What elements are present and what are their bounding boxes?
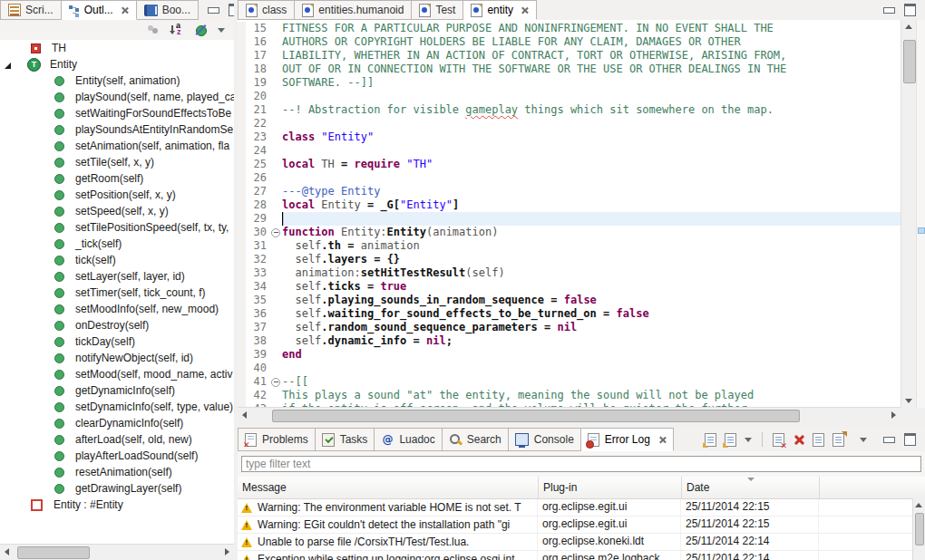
log-row[interactable]: Warning: EGit couldn't detect the instal… [238,517,925,534]
minimize-icon[interactable] [883,7,895,14]
tree-item[interactable]: playSoundsAtEntityInRandomSe [0,121,234,138]
scroll-up-icon[interactable] [905,24,912,29]
tab-script-explorer[interactable]: Scri... [0,0,62,20]
tree-item[interactable]: setTilePositionSpeed(self, tx, ty, [0,219,234,236]
code-line[interactable]: 28local Entity = _G["Entity"] [238,198,901,212]
close-icon[interactable] [121,6,129,14]
outline-hscrollbar[interactable] [0,544,234,560]
tree-item[interactable]: setMoodInfo(self, new_mood) [0,301,234,317]
scrollbar-thumb[interactable] [903,40,916,83]
code-line[interactable]: 38 self.dynamic_info = nil; [238,334,901,348]
tab-search[interactable]: Search [443,428,509,451]
code-line[interactable]: 40 [238,362,901,375]
code-line[interactable]: 37 self.random_sound_sequence_parameters… [238,321,901,334]
code-line[interactable]: 16AUTHORS OR COPYRIGHT HOLDERS BE LIABLE… [238,35,901,49]
fold-minus-icon[interactable] [269,226,282,239]
filter-input[interactable] [241,456,921,472]
tab-console[interactable]: Console [509,428,581,451]
close-icon[interactable] [521,6,529,14]
tree-item[interactable]: setPosition(self, x, y) [0,187,234,203]
code-line[interactable]: 24 [238,144,901,158]
tree-item[interactable]: getRoom(self) [0,170,234,187]
code-line[interactable]: 20 [238,90,901,103]
column-header-date[interactable]: Date [682,477,820,498]
code-line[interactable]: 31 self.th = animation [238,239,901,253]
minimize-icon[interactable] [883,437,895,443]
scrollbar-thumb[interactable] [272,410,800,422]
tree-item[interactable]: tick(self) [0,252,234,268]
scrollbar-thumb[interactable] [915,513,924,546]
code-line[interactable]: 26 [238,171,901,185]
link-with-editor-icon[interactable] [147,24,160,35]
editor-hscrollbar[interactable] [238,407,901,423]
restore-log-icon[interactable] [832,433,844,447]
close-icon[interactable] [658,436,667,444]
scrollbar-thumb[interactable] [17,546,90,559]
tree-item[interactable]: setTimer(self, tick_count, f) [0,285,234,301]
editor-vscrollbar[interactable] [901,20,917,408]
code-line[interactable]: 23class "Entity" [238,130,901,144]
code-area[interactable]: 15FITNESS FOR A PARTICULAR PURPOSE AND N… [238,20,901,408]
log-row[interactable]: Exception while setting up logging:org.e… [238,551,925,560]
tab-bookmarks[interactable]: Boo... [137,0,199,20]
tree-item[interactable]: Entity [0,56,234,72]
code-line[interactable]: 29 [238,212,901,226]
expander-icon[interactable] [5,63,11,69]
code-line[interactable]: 25local TH = require "TH" [238,158,901,171]
tree-item[interactable]: afterLoad(self, old, new) [0,431,234,448]
hide-non-public-icon[interactable] [195,24,207,36]
log-row[interactable]: Unable to parse file /CorsixTH/Test/Test… [238,534,925,551]
editor-tab-entity[interactable]: entity [463,0,537,20]
editor-tab-test[interactable]: Test [412,0,463,20]
tree-item[interactable]: Entity(self, animation) [0,72,234,89]
tab-luadoc[interactable]: @ Luadoc [375,428,442,451]
column-header-message[interactable]: Message [238,477,539,498]
delete-log-icon[interactable] [793,434,804,446]
code-line[interactable]: 42This plays a sound "at" the entity, me… [238,389,901,402]
editor-tab-class[interactable]: class [238,0,295,20]
tree-item[interactable]: setWaitingForSoundEffectsToBe [0,105,234,121]
view-menu-icon[interactable] [860,438,867,442]
tab-problems[interactable]: Problems [238,428,316,451]
export-log-icon[interactable] [705,433,716,447]
code-editor[interactable]: 15FITNESS FOR A PARTICULAR PURPOSE AND N… [238,20,925,408]
tab-outline[interactable]: Outl... [62,0,137,20]
code-line[interactable]: 17LIABILITY, WHETHER IN AN ACTION OF CON… [238,49,901,63]
tree-item[interactable]: onDestroy(self) [0,317,234,333]
tree-item[interactable]: notifyNewObject(self, id) [0,350,234,366]
view-menu-icon[interactable] [218,28,225,33]
log-menu-icon[interactable] [745,438,752,442]
code-line[interactable]: 33 animation:setHitTestResult(self) [238,266,901,280]
maximize-icon[interactable] [904,4,916,16]
code-line[interactable]: 18OUT OF OR IN CONNECTION WITH THE SOFTW… [238,63,901,76]
tree-item[interactable]: setLayer(self, layer, id) [0,268,234,285]
code-line[interactable]: 22 [238,117,901,130]
tree-item[interactable]: TH [0,40,234,56]
overview-ruler[interactable] [916,20,925,408]
open-log-icon[interactable] [813,433,824,447]
tree-item[interactable]: setMood(self, mood_name, activ [0,366,234,382]
cursor-line-marker[interactable] [918,227,925,234]
scroll-right-icon[interactable] [225,548,229,555]
scroll-down-icon[interactable] [905,399,912,403]
tree-item[interactable]: setTile(self, x, y) [0,154,234,170]
table-vscrollbar[interactable] [912,498,925,560]
tree-item[interactable]: playSound(self, name, played_ca [0,89,234,105]
code-line[interactable]: 21--! Abstraction for visible gameplay t… [238,103,901,117]
code-line[interactable]: 39end [238,348,901,362]
code-line[interactable]: 27---@type Entity [238,185,901,198]
tree-item[interactable]: getDrawingLayer(self) [0,480,234,497]
tree-item[interactable]: resetAnimation(self) [0,464,234,480]
tree-item[interactable]: setDynamicInfo(self, type, value) [0,399,234,415]
code-line[interactable]: 35 self.playing_sounds_in_random_sequenc… [238,294,901,307]
tab-error-log[interactable]: Error Log [581,428,674,451]
log-row[interactable]: Warning: The environment variable HOME i… [238,499,925,517]
tree-item[interactable]: Entity : #Entity [0,497,234,513]
cursor-line[interactable] [282,212,901,226]
code-line[interactable]: 41--[[ [238,375,901,389]
editor-tab-entities-humanoid[interactable]: entities.humanoid [295,0,412,20]
tree-item[interactable]: clearDynamicInfo(self) [0,415,234,431]
tree-item[interactable]: playAfterLoadSound(self) [0,448,234,464]
code-line[interactable]: 34 self.ticks = true [238,280,901,294]
fold-minus-icon[interactable] [269,375,282,389]
